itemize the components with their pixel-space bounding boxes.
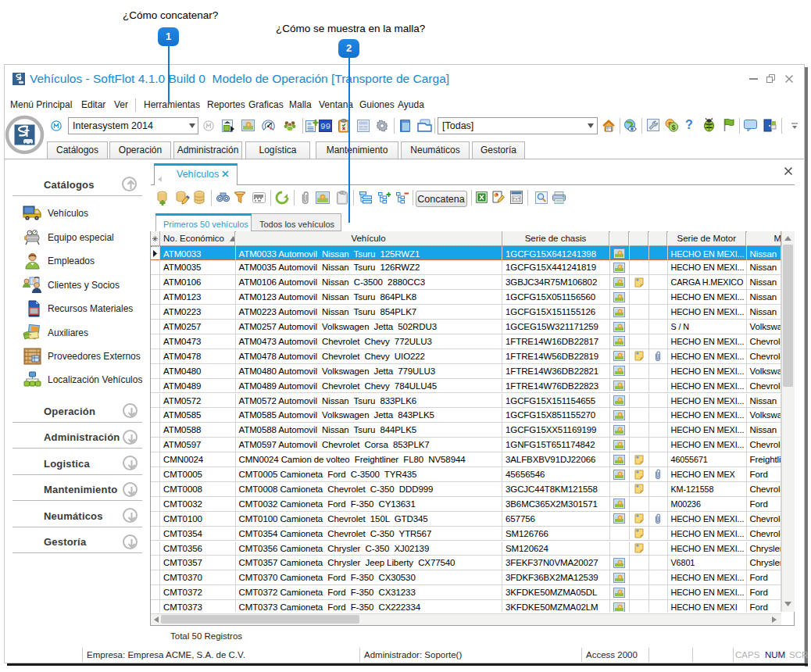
svg-text:99: 99 — [320, 122, 330, 131]
svg-text:$: $ — [671, 123, 675, 131]
svg-text:TXT: TXT — [513, 197, 521, 202]
